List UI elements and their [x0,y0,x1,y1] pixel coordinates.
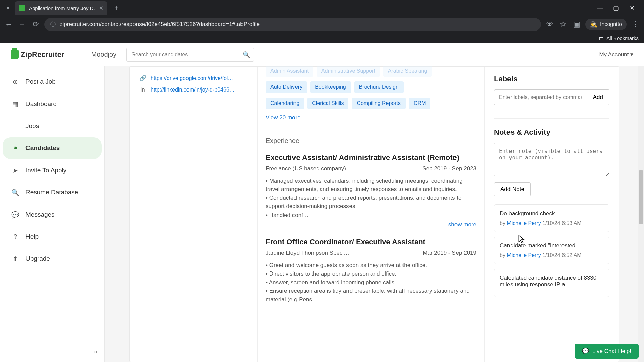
activity-text: Calculated candidate distance of 8330 mi… [500,275,604,288]
collapse-icon[interactable]: « [94,348,98,355]
sidebar-item-messages[interactable]: 💬Messages [3,204,102,225]
app-body: ⊕Post a Job ▦Dashboard ☰Jobs ⚭Candidates… [0,43,644,362]
labels-input[interactable] [494,89,587,105]
app-header: ZipRecruiter Moodjoy 🔍 My Account ▾ [0,43,644,66]
star-icon[interactable]: ☆ [558,20,568,29]
skills-row: Auto Delivery Bookkeeping Brochure Desig… [266,81,476,93]
tab-list-dropdown[interactable]: ▾ [3,3,13,13]
link-row: 🔗 https://drive.google.com/drive/fol… [139,75,248,82]
sidebar-item-help[interactable]: ?Help [3,226,102,247]
site-info-icon[interactable]: ⓘ [50,21,56,28]
folder-icon: 🗀 [599,35,604,41]
sidebar-item-label: Candidates [25,144,60,152]
job-company: Freelance (US based company) [266,165,346,172]
panel-icon[interactable]: ▣ [572,20,581,29]
sidebar-item-jobs[interactable]: ☰Jobs [3,115,102,137]
skill-chip[interactable]: Clerical Skills [307,98,348,109]
link-row: in http://linkedin.com/in/joy-d-b0466… [139,86,248,93]
minimize-icon[interactable]: — [596,4,604,12]
activity-timestamp: 1/10/24 6:52 AM [541,252,582,258]
browser-tab[interactable]: Application from Marry Joy D. ✕ [15,1,107,15]
activity-text: Do background check [500,210,604,217]
sidebar-item-label: Help [25,233,39,240]
chat-icon: 💬 [582,348,589,355]
address-bar[interactable]: ⓘ ziprecruiter.com/contact/response/f02e… [44,18,541,31]
skill-chip[interactable]: Calendaring [266,98,304,109]
scrollbar-vertical[interactable] [638,43,644,362]
sidebar-item-candidates[interactable]: ⚭Candidates [3,137,102,159]
drive-link[interactable]: https://drive.google.com/drive/fol… [151,75,233,81]
window-controls: — ▢ ✕ [596,4,641,12]
activity-item: Calculated candidate distance of 8330 mi… [494,269,609,297]
job-description: • Managed executives' calendars, includi… [266,177,476,220]
sidebar-item-post-job[interactable]: ⊕Post a Job [3,71,102,93]
menu-icon[interactable]: ⋮ [631,20,640,29]
back-icon[interactable]: ← [4,20,13,29]
experience-heading: Experience [266,137,476,145]
reload-icon[interactable]: ⟳ [31,20,40,29]
job-title: Executive Assistant/ Administrative Assi… [266,153,476,163]
add-label-button[interactable]: Add [587,89,609,105]
url-text: ziprecruiter.com/contact/response/f02e45… [60,21,260,28]
search-box: 🔍 [126,48,254,62]
sidebar-item-dashboard[interactable]: ▦Dashboard [3,93,102,115]
plus-circle-icon: ⊕ [11,78,19,86]
sidebar-item-upgrade[interactable]: ⬆Upgrade [3,248,102,269]
search-icon[interactable]: 🔍 [243,51,250,58]
company-name[interactable]: Moodjoy [91,51,117,58]
skill-chip[interactable]: CRM [409,98,430,109]
grid-icon: ▦ [11,100,19,108]
skill-chip[interactable]: Brochure Design [354,81,404,93]
show-more-link[interactable]: show more [266,221,476,228]
forward-icon[interactable]: → [17,20,27,29]
content-area: 🔗 https://drive.google.com/drive/fol… in… [105,43,644,362]
chat-icon: 💬 [11,210,19,219]
live-chat-button[interactable]: 💬 Live Chat Help! [575,344,639,359]
sidebar-item-label: Messages [25,211,55,218]
logo[interactable]: ZipRecruiter [11,50,64,59]
eye-off-icon[interactable]: 👁 [545,20,554,29]
linkedin-link[interactable]: http://linkedin.com/in/joy-d-b0466… [151,87,235,93]
skill-chip[interactable]: Auto Delivery [266,81,307,93]
new-tab-button[interactable]: + [111,4,122,12]
favicon-icon [19,5,25,11]
tab-title: Application from Marry Joy D. [29,5,95,11]
scrollbar-thumb[interactable] [639,170,643,224]
note-input[interactable] [494,143,609,176]
candidate-card: 🔗 https://drive.google.com/drive/fol… in… [129,66,619,362]
job-description: • Greet and welcome guests as soon as th… [266,261,476,304]
divider [494,118,609,119]
job-subline: Freelance (US based company) Sep 2019 - … [266,165,476,172]
tab-bar: ▾ Application from Marry Joy D. ✕ + — ▢ … [0,0,644,16]
skill-chip[interactable]: Admin Assistant [266,65,313,77]
view-more-skills[interactable]: View 20 more [266,114,301,121]
activity-user-link[interactable]: Michelle Perry [507,252,541,258]
skill-chip[interactable]: Arabic Speaking [383,65,432,77]
account-dropdown[interactable]: My Account ▾ [599,51,633,58]
bookmarks-bar: 🗀 All Bookmarks [0,33,644,43]
sidebar-item-invite[interactable]: ➤Invite To Apply [3,160,102,181]
skill-chip[interactable]: Bookkeeping [310,81,351,93]
link-icon: 🔗 [139,75,146,82]
skill-chip[interactable]: Administrative Support [317,65,380,77]
activity-user-link[interactable]: Michelle Perry [507,220,541,226]
close-window-icon[interactable]: ✕ [628,4,636,12]
maximize-icon[interactable]: ▢ [612,4,620,12]
job-block: Front Office Coordinator/ Executive Assi… [266,237,476,304]
search-input[interactable] [126,48,254,62]
skills-row-faded: Admin Assistant Administrative Support A… [266,65,476,77]
send-icon: ➤ [11,166,19,174]
sidebar-item-label: Dashboard [25,100,57,108]
labels-input-row: Add [494,89,609,105]
sidebar-item-resume-db[interactable]: 🔍Resume Database [3,182,102,203]
incognito-badge[interactable]: 🕵 Incognito [585,19,627,30]
sidebar-item-label: Post a Job [25,78,56,85]
all-bookmarks-link[interactable]: All Bookmarks [606,35,639,41]
logo-mark-icon [11,50,19,59]
activity-text: Candidate marked "Interested" [500,242,604,249]
skill-chip[interactable]: Compiling Reports [352,98,406,109]
add-note-button[interactable]: Add Note [494,182,531,196]
close-icon[interactable]: ✕ [99,5,103,11]
logo-text: ZipRecruiter [21,50,64,59]
job-subline: Jardine Lloyd Thompson Speci… Mar 2019 -… [266,250,476,256]
